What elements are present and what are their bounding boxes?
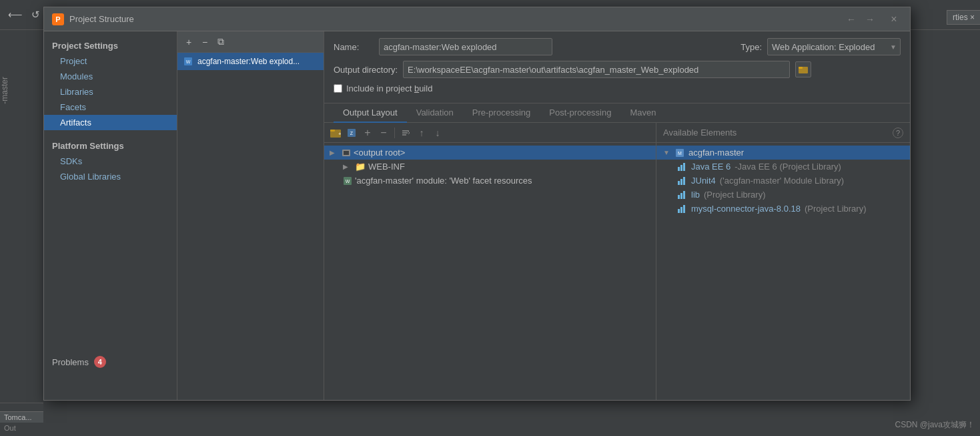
name-input[interactable]: [379, 38, 552, 55]
remove-element-btn[interactable]: −: [376, 126, 391, 140]
svg-text:W: W: [186, 59, 191, 64]
type-select[interactable]: Web Application: Exploded: [767, 38, 901, 55]
svg-text:+: +: [338, 131, 341, 137]
nav-back-btn[interactable]: ⟵: [6, 5, 25, 24]
browse-output-dir-btn[interactable]: [795, 61, 811, 77]
avail-lib-suffix-mysql: (Project Library): [805, 204, 866, 214]
library-icon-mysql: [678, 205, 687, 213]
svg-rect-3: [799, 67, 803, 69]
include-in-build-label: Include in project build: [346, 83, 432, 93]
available-elements-title: Available Elements: [663, 128, 890, 138]
project-structure-dialog: P Project Structure ← → × Project Settin…: [43, 7, 911, 401]
tabs-bar: Output Layout Validation Pre-processing …: [324, 103, 910, 123]
artifact-item-web-exploded[interactable]: W acgfan-master:Web explod...: [177, 53, 324, 70]
output-dir-input[interactable]: [403, 61, 790, 78]
avail-item-javaee6[interactable]: Java EE 6 -Java EE 6 (Project Library): [656, 160, 910, 174]
sidebar-item-global-libraries[interactable]: Global Libraries: [44, 169, 177, 184]
watermark-text: CSDN @java攻城狮！: [895, 419, 975, 431]
avail-lib-label-javaee6: Java EE 6: [691, 162, 730, 172]
output-tree-panel: + Z + −: [324, 123, 656, 400]
tree-item-label-facet: 'acgfan-master' module: 'Web' facet reso…: [355, 176, 532, 186]
svg-text:W: W: [346, 179, 350, 184]
move-up-btn[interactable]: ↑: [414, 126, 429, 140]
add-element-btn[interactable]: +: [360, 126, 375, 140]
output-dir-label: Output directory:: [334, 65, 398, 75]
avail-item-acgfan-master[interactable]: ▼ M acgfan-master: [656, 146, 910, 160]
avail-lib-suffix-lib: (Project Library): [704, 190, 765, 200]
problems-section: Problems 4: [44, 351, 177, 373]
svg-text:Z: Z: [350, 131, 354, 136]
dialog-nav: ← →: [843, 11, 878, 27]
sidebar-item-modules[interactable]: Modules: [44, 69, 177, 84]
artifact-list: W acgfan-master:Web explod...: [177, 53, 324, 400]
tree-item-webinf[interactable]: ▶ 📁 WEB-INF: [324, 160, 656, 174]
toolbar-separator: [394, 128, 395, 138]
artifact-list-panel: + − ⧉ W acgfan-master:Web explod...: [177, 31, 324, 400]
dialog-title: Project Structure: [69, 14, 843, 24]
artifact-toolbar: + − ⧉: [177, 31, 324, 53]
tree-item-label-webinf: WEB-INF: [368, 162, 405, 172]
avail-item-mysql[interactable]: mysql-connector-java-8.0.18 (Project Lib…: [656, 202, 910, 216]
project-settings-header: Project Settings: [44, 37, 177, 53]
avail-lib-suffix-junit4: ('acgfan-master' Module Library): [720, 176, 844, 186]
type-select-container: Web Application: Exploded ▼: [767, 38, 901, 55]
dialog-forward-btn[interactable]: →: [862, 11, 878, 27]
expand-icon-webinf: ▶: [343, 163, 352, 170]
dialog-body: Project Settings Project Modules Librari…: [44, 31, 910, 400]
avail-lib-label-lib: lib: [691, 190, 700, 200]
sidebar-item-libraries[interactable]: Libraries: [44, 84, 177, 99]
create-dir-btn[interactable]: +: [328, 126, 343, 140]
problems-label: Problems: [52, 357, 89, 367]
tab-pre-processing[interactable]: Pre-processing: [463, 103, 540, 123]
available-elements-panel: Available Elements ? ▼ M: [656, 123, 910, 400]
svg-text:M: M: [678, 151, 682, 156]
dialog-back-btn[interactable]: ←: [843, 11, 859, 27]
sidebar-item-artifacts[interactable]: Artifacts: [44, 115, 177, 130]
output-tree-content: ▶ <output root> ▶: [324, 143, 656, 400]
avail-item-junit4[interactable]: JUnit4 ('acgfan-master' Module Library): [656, 174, 910, 188]
available-header: Available Elements ?: [656, 123, 910, 143]
artifact-copy-btn[interactable]: ⧉: [213, 35, 228, 49]
tab-output-layout[interactable]: Output Layout: [334, 103, 407, 123]
tomcat-tab[interactable]: Tomca...: [0, 411, 43, 423]
dialog-close-btn[interactable]: ×: [886, 11, 902, 27]
library-icon-junit4: [678, 177, 687, 185]
tree-item-label-root: <output root>: [354, 148, 405, 158]
tree-item-output-root[interactable]: ▶ <output root>: [324, 146, 656, 160]
available-content: ▼ M acgfan-master: [656, 143, 910, 400]
expand-icon: ▶: [330, 149, 339, 156]
sidebar-item-project[interactable]: Project: [44, 53, 177, 69]
avail-item-lib[interactable]: lib (Project Library): [656, 188, 910, 202]
tree-item-facet-resources[interactable]: W 'acgfan-master' module: 'Web' facet re…: [324, 174, 656, 188]
main-header: Name: Type: Web Application: Exploded ▼ …: [324, 31, 910, 103]
artifact-item-label: acgfan-master:Web explod...: [197, 57, 300, 66]
out-tab[interactable]: Out: [0, 423, 20, 433]
sidebar-item-facets[interactable]: Facets: [44, 99, 177, 115]
output-dir-row: Output directory:: [334, 61, 901, 78]
move-down-btn[interactable]: ↓: [430, 126, 445, 140]
avail-module-label: acgfan-master: [688, 148, 744, 158]
create-archive-btn[interactable]: Z: [344, 126, 359, 140]
tab-validation[interactable]: Validation: [407, 103, 463, 123]
dialog-titlebar: P Project Structure ← → ×: [44, 7, 910, 31]
include-in-build-checkbox[interactable]: [334, 84, 342, 93]
artifact-add-btn[interactable]: +: [181, 35, 196, 49]
artifact-web-icon: W: [183, 56, 193, 67]
svg-rect-13: [344, 151, 349, 155]
sort-btn[interactable]: [398, 126, 413, 140]
right-properties-tab[interactable]: rties ×: [947, 10, 980, 25]
include-in-build-row: Include in project build: [334, 83, 901, 93]
refresh-btn[interactable]: ↺: [26, 5, 45, 24]
available-help-btn[interactable]: ?: [893, 128, 903, 138]
sidebar-item-sdks[interactable]: SDKs: [44, 154, 177, 169]
output-area: + Z + −: [324, 123, 910, 400]
artifact-remove-btn[interactable]: −: [197, 35, 212, 49]
tab-maven[interactable]: Maven: [620, 103, 665, 123]
avail-lib-label-junit4: JUnit4: [691, 176, 716, 186]
tab-post-processing[interactable]: Post-processing: [540, 103, 620, 123]
dialog-icon: P: [52, 13, 64, 25]
folder-icon-webinf: 📁: [355, 162, 366, 172]
main-panel: Name: Type: Web Application: Exploded ▼ …: [324, 31, 910, 400]
sidebar: Project Settings Project Modules Librari…: [44, 31, 177, 400]
output-tree-toolbar: + Z + −: [324, 123, 656, 143]
